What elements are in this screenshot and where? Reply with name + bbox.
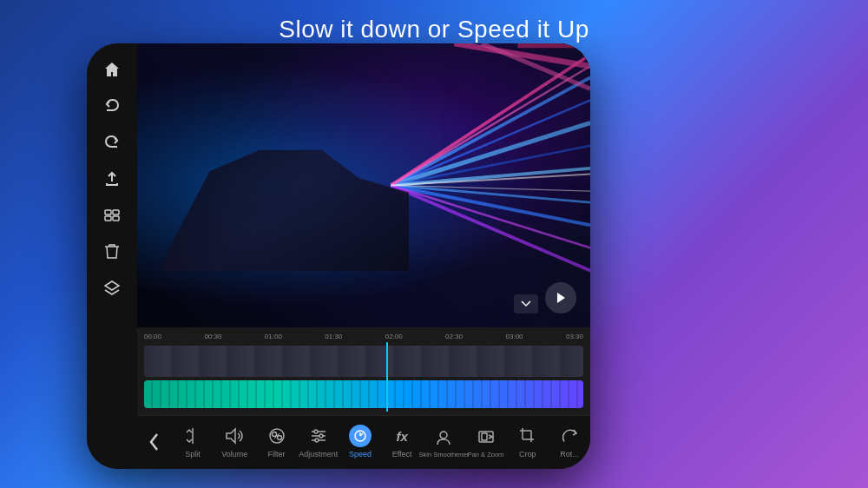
page-title: Slow it down or Speed it Up — [0, 16, 868, 43]
sidebar-home-icon[interactable] — [96, 54, 128, 85]
svg-point-27 — [277, 436, 281, 440]
crop-icon — [516, 425, 539, 447]
filter-icon — [266, 425, 288, 447]
svg-marker-22 — [557, 293, 565, 303]
ruler-mark-1: 00:30 — [204, 333, 221, 340]
tool-items: Split Volume — [172, 421, 590, 462]
svg-point-34 — [315, 439, 319, 442]
video-track[interactable] — [144, 346, 583, 377]
svg-rect-4 — [113, 216, 119, 221]
speed-label: Speed — [349, 450, 372, 458]
sidebar — [87, 43, 137, 469]
adjustment-label: Adjustment — [299, 450, 338, 458]
adjustment-icon — [307, 425, 330, 447]
svg-marker-24 — [227, 429, 235, 443]
ruler-mark-5: 02:30 — [445, 333, 463, 340]
main-content: 00:00 00:30 01:00 01:30 02:00 02:30 03:0… — [137, 43, 590, 469]
play-button[interactable] — [545, 282, 576, 313]
sidebar-delete-icon[interactable] — [96, 236, 128, 267]
tool-speed[interactable]: Speed — [339, 421, 381, 462]
video-vignette — [137, 43, 590, 327]
pan-zoom-icon — [475, 425, 497, 448]
skin-icon — [432, 425, 455, 448]
svg-marker-5 — [105, 281, 119, 290]
tool-crop[interactable]: Crop — [507, 421, 549, 462]
tool-filter[interactable]: Filter — [255, 421, 297, 462]
crop-label: Crop — [519, 450, 536, 458]
svg-rect-3 — [105, 216, 111, 221]
video-bg — [137, 43, 590, 327]
back-button[interactable] — [137, 432, 172, 452]
svg-point-38 — [440, 432, 447, 439]
timeline-cursor — [386, 342, 388, 412]
ruler-mark-3: 01:30 — [325, 333, 342, 340]
volume-label: Volume — [221, 450, 247, 458]
svg-rect-40 — [482, 433, 487, 440]
timeline-tracks[interactable] — [137, 342, 590, 412]
sidebar-redo-icon[interactable] — [96, 127, 128, 158]
sidebar-gallery-icon[interactable] — [96, 200, 128, 231]
ruler-mark-6: 03:00 — [506, 333, 523, 340]
sidebar-layers-icon[interactable] — [96, 273, 128, 304]
svg-point-32 — [314, 430, 318, 433]
effect-icon: fx — [391, 425, 413, 447]
split-icon — [181, 425, 204, 447]
phone-shell: 00:00 00:30 01:00 01:30 02:00 02:30 03:0… — [87, 43, 590, 469]
skin-label: Skin Smoothener — [419, 451, 470, 458]
pan-zoom-label: Pan & Zoom — [468, 451, 504, 458]
svg-rect-1 — [105, 210, 111, 214]
tool-pan-zoom[interactable]: Pan & Zoom — [464, 421, 506, 462]
speed-icon — [349, 425, 372, 447]
tool-adjustment[interactable]: Adjustment — [298, 421, 339, 462]
sidebar-undo-icon[interactable] — [96, 90, 128, 122]
svg-point-33 — [319, 434, 323, 438]
ruler-mark-0: 00:00 — [144, 333, 161, 340]
svg-rect-2 — [113, 210, 119, 214]
audio-track-waveform — [144, 380, 583, 408]
tool-skin[interactable]: Skin Smoothener — [423, 421, 464, 462]
tool-rotate[interactable]: Rot... — [549, 421, 590, 462]
video-preview — [137, 43, 590, 327]
audio-track[interactable] — [144, 380, 583, 408]
volume-icon — [223, 425, 246, 447]
video-track-thumbnails — [144, 346, 583, 377]
filter-label: Filter — [268, 450, 286, 458]
split-label: Split — [185, 450, 201, 458]
chevron-down-button[interactable] — [514, 294, 538, 313]
effect-label: Effect — [392, 450, 412, 458]
ruler-mark-7: 03:30 — [566, 333, 583, 340]
rotate-icon — [558, 425, 581, 447]
tool-effect[interactable]: fx Effect — [381, 421, 423, 462]
bottom-toolbar: Split Volume — [137, 415, 590, 469]
ruler-mark-4: 02:00 — [385, 333, 403, 340]
timeline-area: 00:00 00:30 01:00 01:30 02:00 02:30 03:0… — [137, 327, 590, 415]
sidebar-export-icon[interactable] — [96, 163, 128, 195]
svg-point-26 — [272, 432, 276, 437]
tool-volume[interactable]: Volume — [214, 421, 255, 462]
rotate-label: Rot... — [560, 450, 579, 458]
timeline-ruler: 00:00 00:30 01:00 01:30 02:00 02:30 03:0… — [137, 331, 590, 342]
tool-split[interactable]: Split — [172, 421, 214, 462]
ruler-mark-2: 01:00 — [265, 333, 282, 340]
